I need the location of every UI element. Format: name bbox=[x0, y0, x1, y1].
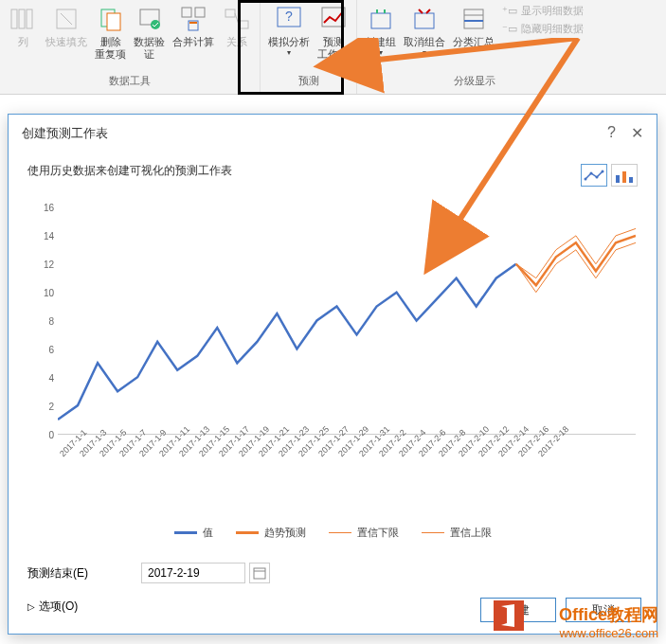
dialog-title-text: 创建预测工作表 bbox=[22, 125, 108, 142]
chart-series-line bbox=[516, 236, 636, 285]
data-validation-btn[interactable]: 数据验 证 bbox=[130, 2, 169, 68]
consolidate-btn[interactable]: 合并计算 bbox=[169, 2, 218, 68]
y-tick: 8 bbox=[48, 316, 54, 327]
flash-fill-label: 快速填充 bbox=[45, 36, 87, 48]
svg-rect-17 bbox=[415, 13, 434, 28]
svg-text:?: ? bbox=[285, 9, 293, 24]
group-label-outline: 分级显示 bbox=[361, 72, 587, 92]
consolidate-icon bbox=[178, 4, 208, 34]
svg-rect-5 bbox=[107, 13, 120, 30]
legend-item: 趋势预测 bbox=[236, 526, 306, 540]
office-logo-icon bbox=[494, 600, 524, 631]
help-button[interactable]: ? bbox=[607, 124, 616, 142]
svg-point-25 bbox=[596, 176, 599, 179]
remove-dup-icon bbox=[96, 4, 126, 34]
svg-rect-18 bbox=[464, 9, 483, 28]
y-tick: 12 bbox=[44, 259, 54, 270]
remove-dup-label: 删除 重复项 bbox=[95, 36, 126, 61]
svg-rect-0 bbox=[11, 9, 17, 28]
watermark-title: Office教程网 bbox=[559, 603, 658, 626]
svg-rect-11 bbox=[225, 9, 235, 17]
ungroup-btn[interactable]: 取消组合 ▾ bbox=[400, 2, 449, 68]
svg-rect-29 bbox=[629, 177, 633, 183]
group-label-forecast: 预测 bbox=[264, 72, 352, 92]
remove-dup-btn[interactable]: 删除 重复项 bbox=[91, 2, 130, 68]
chevron-right-icon: ▷ bbox=[27, 601, 35, 612]
ribbon: 列 快速填充 删除 重复项 数据验 证 合并计算 关系 数 bbox=[0, 0, 666, 95]
watermark: Office教程网 www.office26.com bbox=[559, 603, 658, 640]
forecast-end-input[interactable] bbox=[141, 563, 245, 583]
what-if-label: 模拟分析 bbox=[268, 36, 310, 48]
y-tick: 16 bbox=[44, 203, 54, 213]
watermark-url: www.office26.com bbox=[559, 626, 658, 640]
plus-icon: ⁺▭ bbox=[502, 5, 517, 17]
group-btn[interactable]: 创建组 ▾ bbox=[361, 2, 400, 68]
relations-btn[interactable]: 关系 bbox=[218, 2, 256, 68]
flash-fill-btn[interactable]: 快速填充 bbox=[42, 2, 91, 68]
ungroup-icon bbox=[409, 4, 440, 34]
forecast-sheet-btn[interactable]: 预测 工作表 bbox=[314, 2, 352, 68]
legend-item: 置信上限 bbox=[422, 526, 492, 540]
group-icon bbox=[366, 4, 396, 34]
columns-btn[interactable]: 列 bbox=[4, 2, 42, 68]
hide-detail-btn: ⁻▭隐藏明细数据 bbox=[502, 22, 584, 36]
y-tick: 6 bbox=[48, 345, 54, 355]
subtotal-btn[interactable]: 分类汇总 bbox=[449, 2, 498, 68]
date-picker-btn[interactable] bbox=[249, 563, 270, 583]
relations-icon bbox=[222, 4, 252, 34]
subtotal-icon bbox=[459, 4, 489, 34]
y-tick: 10 bbox=[44, 288, 54, 298]
columns-label: 列 bbox=[18, 36, 28, 48]
legend-item: 值 bbox=[174, 526, 213, 540]
svg-rect-15 bbox=[322, 8, 345, 27]
ribbon-group-data-tools: 列 快速填充 删除 重复项 数据验 证 合并计算 关系 数 bbox=[0, 0, 261, 94]
legend-swatch bbox=[174, 531, 197, 534]
group-label-data-tools: 数据工具 bbox=[4, 72, 256, 92]
show-detail-btn: ⁺▭显示明细数据 bbox=[502, 4, 584, 18]
forecast-dialog: 创建预测工作表 ? ✕ 使用历史数据来创建可视化的预测工作表 024681012… bbox=[8, 114, 657, 635]
y-tick: 0 bbox=[48, 430, 54, 440]
chart-legend: 值趋势预测置信下限置信上限 bbox=[27, 526, 638, 540]
group-label: 创建组 bbox=[365, 36, 396, 48]
svg-rect-30 bbox=[254, 568, 265, 579]
forecast-end-label: 预测结束(E) bbox=[27, 565, 113, 581]
forecast-sheet-label: 预测 工作表 bbox=[317, 36, 349, 61]
svg-rect-1 bbox=[19, 9, 25, 28]
svg-point-7 bbox=[151, 20, 160, 29]
svg-rect-16 bbox=[371, 13, 390, 28]
consolidate-label: 合并计算 bbox=[172, 36, 214, 48]
forecast-chart: 0246810121416 2017-1-12017-1-32017-1-520… bbox=[29, 207, 636, 473]
legend-swatch bbox=[329, 532, 351, 534]
y-tick: 2 bbox=[48, 402, 54, 412]
bar-chart-type-btn[interactable] bbox=[611, 164, 638, 187]
svg-rect-12 bbox=[239, 21, 248, 28]
line-chart-type-btn[interactable] bbox=[581, 164, 607, 187]
chart-series-line bbox=[516, 242, 636, 292]
data-validation-icon bbox=[135, 4, 165, 34]
ribbon-group-outline: 创建组 ▾ 取消组合 ▾ 分类汇总 ⁺▭显示明细数据 ⁻▭隐藏明细数据 分级显示 bbox=[357, 0, 591, 94]
svg-point-24 bbox=[590, 172, 593, 175]
ungroup-label: 取消组合 bbox=[404, 36, 445, 48]
chart-series-line bbox=[58, 264, 516, 420]
svg-point-23 bbox=[585, 178, 587, 181]
options-label: 选项(O) bbox=[39, 599, 78, 615]
ribbon-group-forecast: ? 模拟分析 ▾ 预测 工作表 预测 bbox=[261, 0, 357, 94]
legend-item: 置信下限 bbox=[329, 526, 399, 540]
svg-rect-8 bbox=[182, 8, 191, 17]
legend-label: 趋势预测 bbox=[264, 526, 306, 540]
flash-fill-icon bbox=[51, 4, 81, 34]
legend-label: 置信上限 bbox=[450, 526, 492, 540]
legend-label: 值 bbox=[203, 526, 213, 540]
legend-label: 置信下限 bbox=[357, 526, 399, 540]
svg-rect-27 bbox=[616, 175, 620, 183]
svg-point-26 bbox=[602, 170, 604, 173]
minus-icon: ⁻▭ bbox=[502, 23, 517, 35]
chart-series-line bbox=[516, 228, 636, 277]
close-button[interactable]: ✕ bbox=[631, 124, 643, 142]
what-if-btn[interactable]: ? 模拟分析 ▾ bbox=[264, 2, 314, 68]
svg-rect-9 bbox=[195, 8, 205, 17]
relations-label: 关系 bbox=[226, 36, 247, 48]
what-if-icon: ? bbox=[274, 4, 304, 34]
legend-swatch bbox=[422, 532, 444, 534]
y-tick: 4 bbox=[48, 373, 54, 384]
